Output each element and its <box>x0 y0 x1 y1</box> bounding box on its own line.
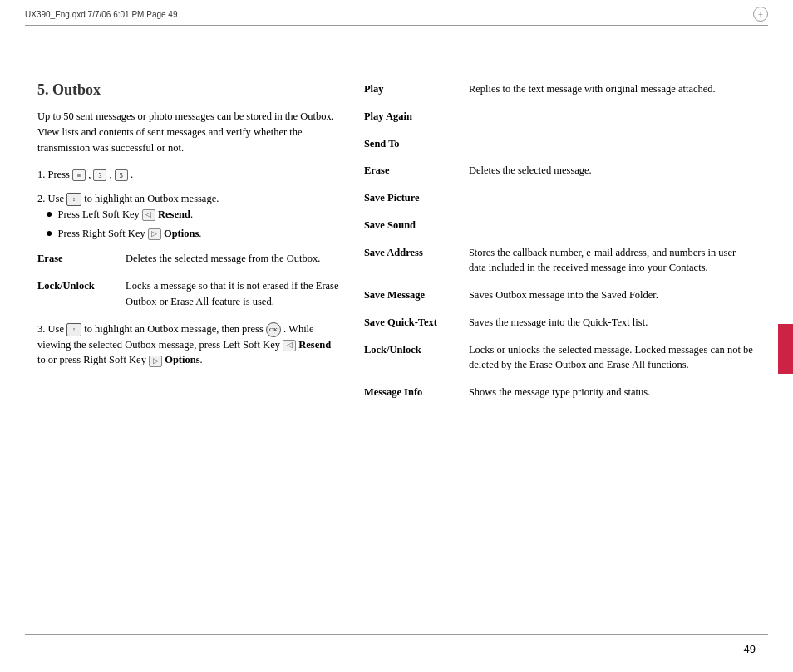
right-def-play: Play Replies to the text message with or… <box>364 81 756 97</box>
right-def-save-message: Save Message Saves Outbox message into t… <box>364 287 756 303</box>
right-softkey-icon-1 <box>148 228 161 240</box>
right-desc-save-sound <box>469 218 756 233</box>
right-term-play: Play <box>364 81 456 97</box>
right-term-erase: Erase <box>364 163 456 179</box>
right-desc-message-info: Shows the message type priority and stat… <box>469 385 756 400</box>
right-softkey-icon-step3 <box>149 356 162 367</box>
def-term-erase: Erase <box>37 251 112 267</box>
bullet-list: ● Press Left Soft Key Resend. ● Press Ri… <box>46 207 339 242</box>
right-def-erase: Erase Deletes the selected message. <box>364 163 756 179</box>
side-tab <box>778 324 793 374</box>
right-def-save-sound: Save Sound <box>364 218 756 233</box>
def-desc-erase: Deletes the selected message from the Ou… <box>126 251 339 267</box>
right-desc-save-address: Stores the callback number, e-mail addre… <box>469 245 756 277</box>
messages-label: MESSAGES <box>767 357 776 444</box>
left-softkey-icon-step3 <box>283 340 296 351</box>
right-def-play-again: Play Again <box>364 109 756 125</box>
menu-icon: ≡ <box>72 169 86 181</box>
right-term-lock-unlock: Lock/Unlock <box>364 342 456 374</box>
nav-icon-step3: ↕ <box>66 323 81 336</box>
page-number: 49 <box>744 643 756 655</box>
top-line <box>25 25 768 26</box>
right-term-send-to: Send To <box>364 136 456 152</box>
content-area: 5. Outbox Up to 50 sent messages or phot… <box>37 32 756 626</box>
right-desc-lock-unlock: Locks or unlocks the selected message. L… <box>469 342 756 374</box>
def-list-left: Erase Deletes the selected message from … <box>37 251 339 309</box>
right-desc-save-quick-text: Saves the message into the Quick-Text li… <box>469 315 756 331</box>
right-def-lock-unlock: Lock/Unlock Locks or unlocks the selecte… <box>364 342 756 374</box>
nav-up-down-icon: ↕ <box>66 193 81 206</box>
def-term-lock: Lock/Unlock <box>37 278 112 310</box>
right-def-message-info: Message Info Shows the message type prio… <box>364 385 756 400</box>
right-desc-save-picture <box>469 190 756 206</box>
right-term-save-message: Save Message <box>364 287 456 303</box>
bullet-item-2: ● Press Right Soft Key Options. <box>46 226 339 242</box>
header-text: UX390_Eng.qxd 7/7/06 6:01 PM Page 49 <box>25 10 177 19</box>
def-list-right: Play Replies to the text message with or… <box>364 81 756 400</box>
right-def-send-to: Send To <box>364 136 756 152</box>
right-desc-play-again <box>469 109 756 125</box>
step-2: 2. Use ↕ to highlight an Outbox message.… <box>37 191 339 241</box>
5-icon: 5 <box>115 169 128 181</box>
right-term-save-picture: Save Picture <box>364 190 456 206</box>
def-desc-lock: Locks a message so that it is not erased… <box>126 278 339 310</box>
right-term-save-address: Save Address <box>364 245 456 277</box>
right-term-message-info: Message Info <box>364 385 456 400</box>
right-column: Play Replies to the text message with or… <box>364 32 756 626</box>
right-term-save-sound: Save Sound <box>364 218 456 233</box>
step1-text: 1. Press <box>37 169 72 180</box>
ok-icon-step3: OK <box>266 322 281 337</box>
page-container: UX390_Eng.qxd 7/7/06 6:01 PM Page 49 MES… <box>0 0 793 672</box>
right-desc-save-message: Saves Outbox message into the Saved Fold… <box>469 287 756 303</box>
def-erase: Erase Deletes the selected message from … <box>37 251 339 267</box>
left-column: 5. Outbox Up to 50 sent messages or phot… <box>37 32 339 626</box>
right-term-save-quick-text: Save Quick-Text <box>364 315 456 331</box>
right-desc-erase: Deletes the selected message. <box>469 163 756 179</box>
step-1: 1. Press ≡ , 3 , 5 . <box>37 167 339 183</box>
right-desc-send-to <box>469 136 756 152</box>
right-def-save-quick-text: Save Quick-Text Saves the message into t… <box>364 315 756 331</box>
3-icon: 3 <box>93 169 106 181</box>
right-def-save-picture: Save Picture <box>364 190 756 206</box>
bullet-item-1: ● Press Left Soft Key Resend. <box>46 207 339 223</box>
bottom-line <box>25 634 768 635</box>
bullet-dot-1: ● <box>46 207 52 222</box>
intro-text: Up to 50 sent messages or photo messages… <box>37 109 339 155</box>
right-term-play-again: Play Again <box>364 109 456 125</box>
left-softkey-icon-1 <box>142 209 155 221</box>
section-title: 5. Outbox <box>37 81 339 99</box>
header-circle <box>753 7 768 22</box>
right-def-save-address: Save Address Stores the callback number,… <box>364 245 756 277</box>
header-bar: UX390_Eng.qxd 7/7/06 6:01 PM Page 49 <box>25 7 768 22</box>
right-desc-play: Replies to the text message with origina… <box>469 81 756 97</box>
def-lock-unlock: Lock/Unlock Locks a message so that it i… <box>37 278 339 310</box>
step-3: 3. Use ↕ to highlight an Outbox message,… <box>37 321 339 369</box>
bullet-dot-2: ● <box>46 226 52 241</box>
